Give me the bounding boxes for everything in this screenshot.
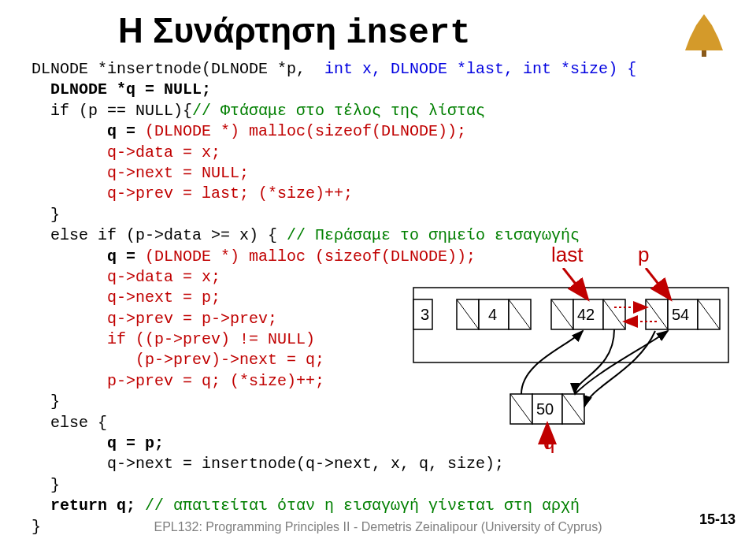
title-code: insert (346, 13, 470, 53)
svg-line-26 (646, 268, 669, 298)
code-line: if (p == NULL){ (32, 102, 192, 120)
title-text: Η Συνάρτηση (118, 11, 346, 50)
code-line: q = (32, 247, 145, 266)
node-value: 42 (577, 306, 595, 323)
code-line: int x, DLNODE *last, int *size) { (306, 60, 636, 78)
code-line: q->data = x; (32, 143, 220, 162)
new-node: 50 (510, 394, 584, 424)
code-line: p->prev = q; (*size)++; (32, 372, 324, 390)
linked-list-diagram: 3 4 42 (410, 268, 740, 473)
diagram-label-p: p (638, 243, 649, 267)
svg-line-25 (563, 268, 587, 298)
code-line: // απαιτείται όταν η εισαγωγή γίνεται στ… (135, 496, 580, 515)
node-value: 54 (672, 306, 689, 323)
node-value: 3 (421, 306, 429, 323)
list-node: 42 (551, 299, 625, 329)
code-line: } (32, 392, 60, 411)
list-node: 54 (646, 299, 720, 329)
code-line: DLNODE *q = NULL; (32, 80, 211, 99)
university-logo (679, 9, 729, 60)
code-line: (DLNODE *) malloc (sizeof(DLNODE)); (145, 247, 476, 266)
code-line: q->prev = p->prev; (32, 310, 277, 328)
page-number: 15-13 (699, 511, 736, 528)
code-line: else if (p->data >= x) { (32, 226, 287, 244)
code-line: q->data = x; (32, 268, 220, 286)
code-line: else { (32, 414, 107, 432)
code-line: // Περάσαμε το σημείο εισαγωγής (287, 226, 580, 244)
code-line: q->next = p; (32, 288, 220, 307)
svg-rect-0 (702, 50, 706, 57)
slide-footer: EPL132: Programming Principles II - Deme… (0, 520, 756, 534)
diagram-label-last: last (551, 243, 583, 267)
code-line: // Φτάσαμε στο τέλος της λίστας (192, 102, 485, 120)
slide-title: Η Συνάρτηση insert (118, 11, 724, 53)
node-value: 4 (488, 306, 497, 323)
code-line: } (32, 206, 60, 224)
node-value: 50 (536, 400, 554, 418)
list-node: 4 (457, 299, 531, 329)
code-line: q = (32, 122, 145, 140)
code-line: return q; (32, 496, 135, 515)
code-line: q = p; (32, 434, 164, 452)
code-line: DLNODE *insertnode(DLNODE *p, (32, 60, 306, 78)
code-line: } (32, 476, 60, 494)
code-line: q->next = NULL; (32, 164, 249, 182)
code-line: (DLNODE *) malloc(sizeof(DLNODE)); (145, 122, 466, 140)
code-line: (p->prev)->next = q; (32, 351, 324, 369)
code-line: q->prev = last; (*size)++; (32, 184, 353, 203)
code-line: if ((p->prev) != NULL) (32, 330, 315, 348)
